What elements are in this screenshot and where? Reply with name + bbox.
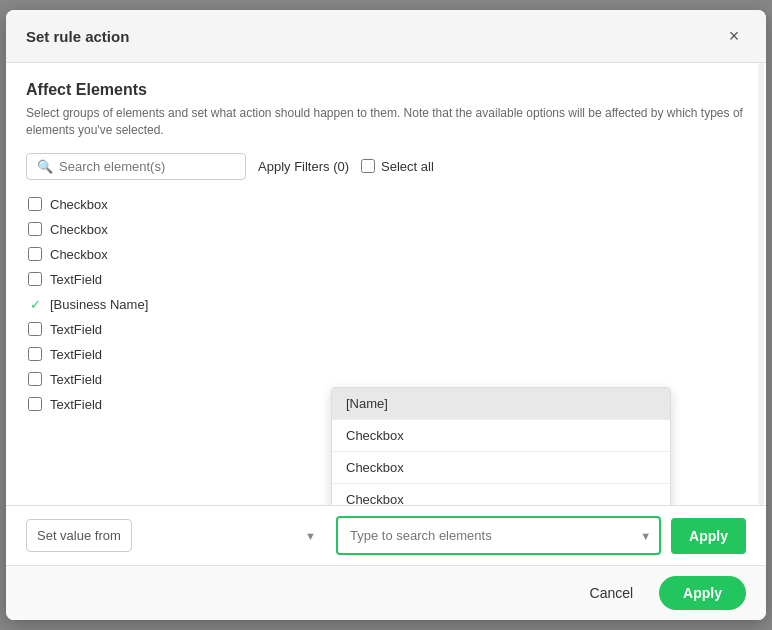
list-item: TextField	[26, 267, 746, 292]
list-item: TextField	[26, 342, 746, 367]
modal-footer: Cancel Apply	[6, 565, 766, 620]
list-item: ✓ [Business Name]	[26, 292, 746, 317]
element-checkbox[interactable]	[28, 397, 42, 411]
chevron-down-icon: ▼	[305, 530, 316, 542]
dropdown-item[interactable]: Checkbox	[332, 420, 670, 452]
bottom-action-row: Set value from ▼ ▼ Apply	[6, 505, 766, 565]
element-checkbox[interactable]	[28, 347, 42, 361]
select-all-checkbox[interactable]	[361, 159, 375, 173]
select-all-area: Select all	[361, 159, 434, 174]
set-value-wrapper: Set value from ▼	[26, 519, 326, 552]
modal-header: Set rule action ×	[6, 10, 766, 63]
modal-overlay: Set rule action × Affect Elements Select…	[0, 0, 772, 630]
dropdown-item[interactable]: Checkbox	[332, 452, 670, 484]
element-label: Checkbox	[50, 247, 108, 262]
modal-body: Affect Elements Select groups of element…	[6, 63, 766, 505]
search-input[interactable]	[59, 159, 235, 174]
search-box: 🔍	[26, 153, 246, 180]
set-value-select[interactable]: Set value from	[26, 519, 132, 552]
list-item: Checkbox	[26, 242, 746, 267]
element-label: Checkbox	[50, 197, 108, 212]
list-item: Checkbox	[26, 192, 746, 217]
element-list: Checkbox Checkbox Checkbox TextField	[26, 192, 746, 417]
apply-button[interactable]: Apply	[671, 518, 746, 554]
element-label: [Business Name]	[50, 297, 148, 312]
element-checkbox[interactable]	[28, 222, 42, 236]
scrollbar-track[interactable]	[758, 63, 764, 505]
check-icon: ✓	[28, 297, 42, 311]
dropdown-item[interactable]: Checkbox	[332, 484, 670, 505]
cancel-button[interactable]: Cancel	[574, 577, 650, 609]
dropdown-item[interactable]: [Name]	[332, 388, 670, 420]
element-label: TextField	[50, 397, 102, 412]
element-checkbox[interactable]	[28, 272, 42, 286]
element-label: TextField	[50, 272, 102, 287]
section-description: Select groups of elements and set what a…	[26, 105, 746, 139]
element-checkbox[interactable]	[28, 372, 42, 386]
modal: Set rule action × Affect Elements Select…	[6, 10, 766, 620]
search-elements-wrapper: ▼	[336, 516, 661, 555]
element-checkbox[interactable]	[28, 247, 42, 261]
search-elements-input[interactable]	[336, 516, 661, 555]
select-all-label[interactable]: Select all	[381, 159, 434, 174]
element-checkbox[interactable]	[28, 322, 42, 336]
close-button[interactable]: ×	[722, 24, 746, 48]
element-label: TextField	[50, 372, 102, 387]
element-label: TextField	[50, 322, 102, 337]
dropdown-overlay: [Name] Checkbox Checkbox Checkbox Checkb…	[331, 387, 671, 505]
element-label: TextField	[50, 347, 102, 362]
list-item: Checkbox	[26, 217, 746, 242]
element-checkbox[interactable]	[28, 197, 42, 211]
apply-filters-button[interactable]: Apply Filters (0)	[258, 159, 349, 174]
list-item: TextField	[26, 317, 746, 342]
element-label: Checkbox	[50, 222, 108, 237]
apply-final-button[interactable]: Apply	[659, 576, 746, 610]
section-title: Affect Elements	[26, 81, 746, 99]
toolbar: 🔍 Apply Filters (0) Select all	[26, 153, 746, 180]
modal-title: Set rule action	[26, 28, 129, 45]
search-icon: 🔍	[37, 159, 53, 174]
